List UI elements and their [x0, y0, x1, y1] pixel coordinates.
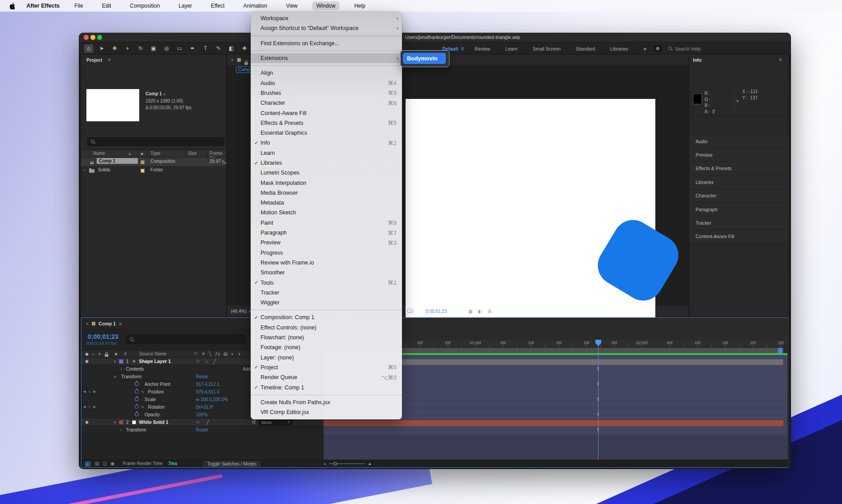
menu-item[interactable]: ✓ Timeline: Comp 1: [251, 382, 402, 392]
menu-item[interactable]: VR Comp Editor.jsx: [251, 407, 402, 417]
project-row-name[interactable]: Comp 1: [97, 158, 138, 164]
menu-item[interactable]: Learn: [251, 148, 402, 158]
workspace-menu-icon[interactable]: ≡: [461, 46, 464, 52]
lock-icon[interactable]: [244, 62, 248, 65]
solo-icon[interactable]: ●: [98, 352, 101, 356]
layer-switch-icon[interactable]: ╱: [206, 420, 209, 425]
tool-icon[interactable]: ↻: [136, 44, 145, 53]
menu-item[interactable]: Render Queue ⌥⌘0: [251, 372, 402, 382]
switch-column-icon[interactable]: ✳: [201, 351, 205, 356]
audio-icon[interactable]: ♪: [92, 351, 94, 356]
panel-tab[interactable]: Character: [689, 189, 789, 203]
menubar-app-name[interactable]: After Effects: [26, 3, 60, 9]
workspace-small-screen[interactable]: Small Screen: [533, 46, 560, 51]
comp-mini-flowchart-icon[interactable]: ▦: [85, 461, 90, 466]
column-type[interactable]: Type: [150, 151, 160, 156]
apple-menu-icon[interactable]: [10, 3, 16, 9]
property-label[interactable]: Anchor Point: [145, 382, 170, 387]
contents-label[interactable]: Contents: [126, 367, 144, 372]
tool-icon[interactable]: ⌂: [84, 44, 93, 53]
layer-switch-icon[interactable]: ☼: [205, 359, 209, 364]
tool-icon[interactable]: ◧: [227, 44, 236, 53]
switch-column-icon[interactable]: ⚐: [194, 351, 198, 356]
flowchart-icon[interactable]: ⌥: [221, 159, 227, 165]
menu-item[interactable]: Brushes ⌘9: [251, 88, 402, 98]
menu-item-bodymovin[interactable]: Bodymovin: [403, 53, 446, 64]
graph-icon[interactable]: ∿: [141, 405, 145, 409]
workspace-learn[interactable]: Learn: [505, 46, 517, 51]
menubar-item-view[interactable]: View: [282, 1, 302, 10]
layer-switch-icon[interactable]: ⚐: [196, 420, 200, 425]
panel-tab[interactable]: Content-Aware Fill: [689, 230, 789, 243]
menu-item[interactable]: Wiggler: [251, 298, 402, 308]
project-table-header[interactable]: Name ▲ ◆ Type Size Frame Ra..: [81, 149, 226, 158]
project-comp-name[interactable]: Comp 1: [145, 91, 162, 96]
viewer-icon[interactable]: ⊞: [487, 309, 491, 314]
project-search-input[interactable]: [87, 137, 224, 146]
eye-icon[interactable]: ◉: [85, 352, 89, 356]
toggle-switches-modes-button[interactable]: Toggle Switches / Modes: [203, 461, 261, 467]
menubar-item-file[interactable]: File: [70, 1, 87, 10]
column-size[interactable]: Size: [188, 151, 197, 156]
property-label[interactable]: Opacity: [145, 412, 160, 417]
menubar-item-edit[interactable]: Edit: [98, 1, 115, 10]
composition-canvas[interactable]: [406, 99, 655, 325]
parent-dropdown[interactable]: None ∨: [259, 419, 293, 425]
menu-item[interactable]: Character ⌘6: [251, 98, 402, 108]
timeline-tab-name[interactable]: Comp 1: [98, 321, 116, 326]
label-color-swatch[interactable]: [141, 169, 145, 173]
tool-icon[interactable]: ✎: [214, 44, 223, 53]
menu-item[interactable]: Effects & Presets ⌘5: [251, 118, 402, 128]
stopwatch-icon[interactable]: [135, 382, 139, 386]
info-panel-title[interactable]: Info: [693, 57, 701, 63]
zoom-window-button[interactable]: [97, 35, 102, 40]
menu-item[interactable]: Mask Interpolation: [251, 178, 402, 188]
close-tab-icon[interactable]: ×: [231, 58, 234, 63]
stopwatch-icon[interactable]: [135, 397, 139, 401]
menu-item[interactable]: Layer: (none): [251, 353, 402, 363]
tool-icon[interactable]: ⌖: [123, 44, 132, 53]
collapse-caret-icon[interactable]: ∨: [114, 359, 116, 363]
graph-icon[interactable]: ∿: [141, 389, 145, 394]
tool-icon[interactable]: ◎: [162, 44, 171, 53]
zoom-slider-track[interactable]: [329, 463, 365, 464]
sort-ascending-icon[interactable]: ▲: [128, 152, 132, 156]
workspace-overflow-icon[interactable]: »: [643, 46, 645, 52]
work-area-end-handle[interactable]: [778, 348, 782, 353]
footer-icon[interactable]: ◉: [111, 461, 115, 466]
footer-icon[interactable]: ◫: [103, 461, 107, 466]
layer-switch-icon[interactable]: ╱: [213, 359, 216, 364]
panel-tab[interactable]: Tracker: [689, 216, 789, 230]
switch-column-icon[interactable]: ╲: [209, 351, 211, 356]
workspace-settings-icon[interactable]: ⚙: [654, 45, 662, 52]
menu-item[interactable]: Preview ⌘3: [251, 238, 402, 248]
timeline-menu-icon[interactable]: ≡: [119, 321, 122, 326]
tool-icon[interactable]: ✚: [240, 44, 249, 53]
menu-item[interactable]: Assign Shortcut to “Default” Workspace ›: [251, 23, 402, 33]
workspace-review[interactable]: Review: [475, 46, 490, 51]
timeline-zoom-slider[interactable]: ▲ ▲: [323, 461, 372, 466]
layer-name[interactable]: White Solid 1: [139, 419, 168, 425]
snapshot-camera-icon[interactable]: [407, 309, 413, 313]
menubar-item-animation[interactable]: Animation: [239, 1, 271, 10]
timeline-timecode[interactable]: 0;00;01;23: [88, 333, 119, 340]
viewer-icon[interactable]: ▦: [468, 309, 472, 314]
zoom-out-mountain-icon[interactable]: ▲: [323, 462, 326, 465]
property-label[interactable]: Scale: [145, 397, 156, 402]
menubar-item-composition[interactable]: Composition: [126, 1, 164, 10]
project-panel-title[interactable]: Project: [86, 57, 103, 63]
transform-label[interactable]: Transform: [121, 374, 141, 379]
switch-column-icon[interactable]: ◐: [231, 351, 234, 356]
project-row-name[interactable]: Solids: [98, 167, 110, 172]
keyframe-nav-icons[interactable]: ◀ ◇ ▶: [83, 390, 103, 393]
lock-icon[interactable]: [105, 354, 108, 357]
menu-item[interactable]: Metadata: [251, 198, 402, 208]
menu-item[interactable]: Footage: (none): [251, 342, 402, 352]
transform-group-row[interactable]: › Transform Reset: [81, 426, 324, 434]
reset-link[interactable]: Reset: [196, 427, 208, 432]
transform-label[interactable]: Transform: [126, 427, 146, 432]
switch-column-icon[interactable]: ▤: [223, 351, 227, 356]
property-value[interactable]: 517.4,112.1: [196, 382, 219, 387]
white-solid-duration-bar[interactable]: [324, 420, 783, 426]
rounded-rectangle-shape[interactable]: [590, 213, 686, 308]
